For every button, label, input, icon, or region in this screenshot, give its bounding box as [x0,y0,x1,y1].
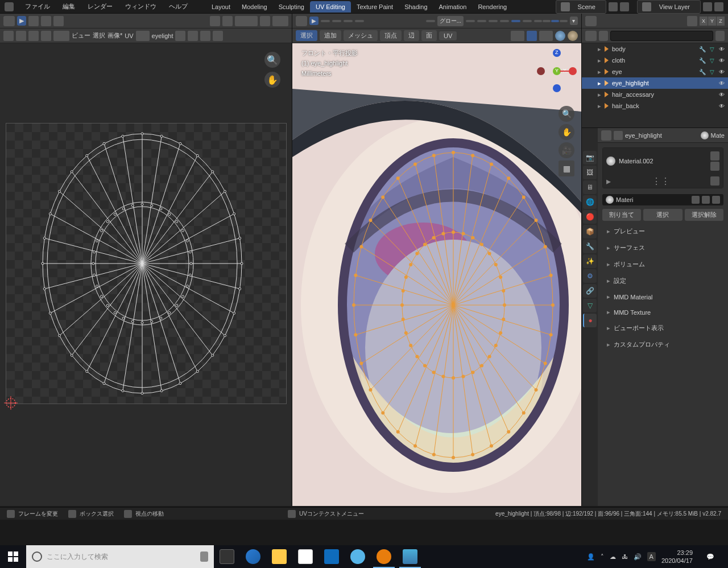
uv-editor-type-icon[interactable] [3,16,15,26]
tab-object-icon[interactable]: 📦 [583,225,597,238]
select-all-icon[interactable] [28,16,39,26]
unlink-image-icon[interactable] [213,31,223,41]
visibility-eye-icon[interactable]: 👁 [718,92,726,98]
outliner-editor-icon[interactable] [585,31,597,41]
unlink-material-icon[interactable] [712,196,720,204]
sel-face-icon[interactable] [41,31,51,41]
fake-user-icon[interactable] [175,31,185,41]
image-browse-icon[interactable] [136,31,150,41]
tab-output-icon[interactable]: 🖼 [583,166,597,179]
sel-edge-icon[interactable] [28,31,39,41]
vertex-group-icon[interactable]: ▽ [708,57,716,64]
people-icon[interactable]: 👤 [587,553,595,561]
scene-selector[interactable]: Scene [556,0,606,14]
viewport-editor-type-icon[interactable] [296,16,307,26]
assign-button[interactable]: 割り当て [602,209,641,221]
panel-surface[interactable]: サーフェス [602,241,723,255]
open-image-icon[interactable] [200,31,210,41]
move-tool-icon[interactable] [332,20,341,22]
tab-rendering[interactable]: Rendering [472,1,512,13]
material-slot-0[interactable]: Material.002 [603,148,723,174]
scene-browse-icon[interactable] [609,2,618,11]
network-icon[interactable]: 🖧 [622,553,628,560]
snap-mode-icon[interactable] [235,16,258,26]
tab-physics-icon[interactable]: ⚙ [583,269,597,283]
explorer-button[interactable] [266,545,292,568]
uv-canvas[interactable]: 🔍 ✋ [0,43,292,506]
photos-button[interactable] [397,545,423,568]
shading-2-icon[interactable] [543,20,551,22]
new-material-icon[interactable] [702,196,710,204]
menu-help[interactable]: ヘルプ [163,1,193,13]
outliner-item-eye-highlight[interactable]: ▸ eye_highlight 👁 [582,77,728,89]
outliner-item-hair-accessary[interactable]: ▸ hair_accessary 👁 [582,89,728,100]
sticky-select-icon[interactable] [53,31,69,41]
menu-select-3d[interactable]: 選択 [296,30,317,41]
panel-volume[interactable]: ボリューム [602,257,723,271]
blender-logo-icon[interactable] [5,2,14,11]
visibility-eye-icon[interactable]: 👁 [718,103,726,109]
edge-button[interactable] [240,545,266,568]
menu-edge[interactable]: 辺 [404,30,419,41]
menu-file[interactable]: ファイル [19,1,56,13]
modifier-icon[interactable]: 🔧 [698,69,706,75]
start-button[interactable] [0,545,26,568]
tab-render-icon[interactable]: 📷 [583,151,597,164]
visibility-eye-icon[interactable]: 👁 [718,57,726,64]
menu-face[interactable]: 面 [421,30,437,41]
tab-animation[interactable]: Animation [433,1,473,13]
select-tool-icon[interactable] [321,20,330,22]
gizmo-neg-x-axis[interactable] [537,67,545,75]
outliner-filter-icon[interactable] [715,31,725,41]
fake-user-toggle-icon[interactable] [692,196,700,204]
matcap-sphere2-icon[interactable] [568,31,578,41]
slot-menu-icon[interactable] [710,176,719,186]
menu-uv[interactable]: UV [125,32,133,39]
pivot-point-icon[interactable] [466,20,475,22]
cursor-tool-button[interactable]: ▶ [17,16,26,26]
tab-material-icon[interactable]: ● [583,314,597,327]
pivot-icon[interactable] [210,16,220,26]
panel-mmd-texture[interactable]: MMD Texture [602,306,723,319]
new-image-icon[interactable] [188,31,198,41]
overlay-toggle-icon[interactable] [539,31,553,41]
proportional-3d-icon[interactable] [489,20,498,22]
gizmo-neg-z-axis[interactable] [553,84,561,92]
tab-modeling[interactable]: Modeling [236,1,273,13]
outliner-item-hair-back[interactable]: ▸ hair_back 👁 [582,100,728,112]
breadcrumb-object[interactable]: eye_highlight [625,132,662,139]
tab-texture-paint[interactable]: Texture Paint [351,1,399,13]
pin-icon[interactable] [601,130,611,141]
panel-mmd-material[interactable]: MMD Material [602,290,723,303]
tab-scene-icon[interactable]: 🌐 [583,195,597,209]
orientation-icon[interactable] [426,20,435,22]
snap-3d-icon[interactable] [477,20,486,22]
rotate-tool-icon[interactable] [344,20,353,22]
grid-3d-icon[interactable]: ▦ [559,160,574,176]
shading-4-icon[interactable] [560,20,568,22]
panel-custom-props[interactable]: カスタムプロパティ [602,337,723,352]
onedrive-icon[interactable]: ☁ [610,553,616,561]
panel-settings[interactable]: 設定 [602,274,723,288]
axis-z-icon[interactable]: Z [717,17,725,26]
scale-tool-icon[interactable] [355,20,364,22]
falloff-icon[interactable] [272,16,288,26]
modifier-icon[interactable]: 🔧 [698,57,706,64]
tab-world-icon[interactable]: 🔴 [583,210,597,224]
shading-dropdown-icon[interactable]: ▾ [570,17,578,25]
task-view-button[interactable] [214,545,240,568]
zoom-3d-icon[interactable]: 🔍 [559,106,574,122]
tab-layout[interactable]: Layout [206,1,236,13]
tab-shading[interactable]: Shading [399,1,433,13]
menu-view[interactable]: ビュー [72,31,90,40]
tab-modifier-icon[interactable]: 🔧 [583,240,597,253]
cursor-tool-icon[interactable]: ▶ [309,17,318,25]
pan-3d-icon[interactable]: ✋ [559,124,574,140]
select-lasso-icon[interactable] [53,16,64,26]
matcap-sphere-icon[interactable] [555,31,565,41]
view-layer-selector[interactable]: View Layer [637,0,701,14]
breadcrumb-material[interactable]: Mate [711,132,725,139]
header-editor-icon[interactable] [585,16,597,26]
menu-mesh[interactable]: メッシュ [344,30,378,41]
outliner-search-input[interactable] [610,31,713,41]
